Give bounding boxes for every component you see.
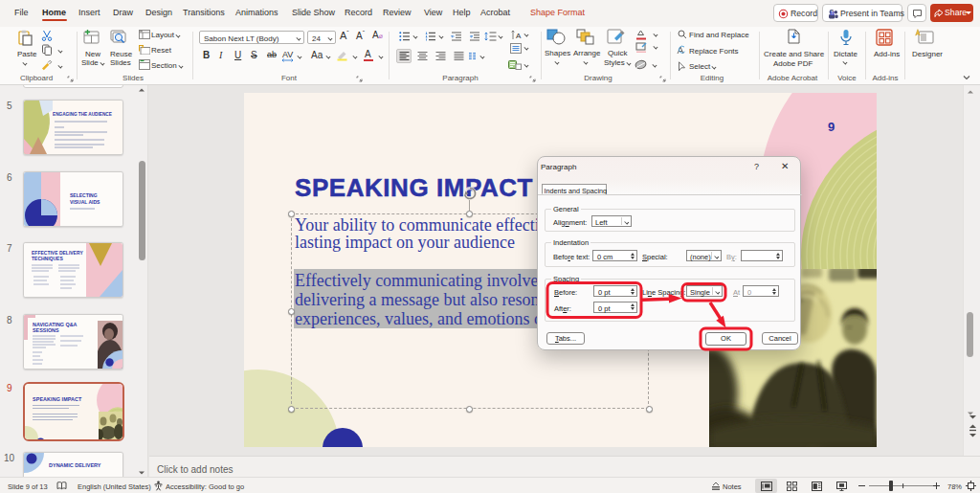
svg-text:TECHNIQUES: TECHNIQUES — [32, 256, 63, 261]
svg-text:ENGAGING THE AUDIENCE: ENGAGING THE AUDIENCE — [53, 112, 112, 117]
svg-text:SESSIONS: SESSIONS — [33, 327, 59, 333]
svg-text:DYNAMIC DELIVERY: DYNAMIC DELIVERY — [49, 462, 101, 468]
svg-text:SELECTING: SELECTING — [70, 192, 98, 198]
svg-text:SPEAKING IMPACT: SPEAKING IMPACT — [33, 396, 82, 402]
svg-text:VISUAL AIDS: VISUAL AIDS — [70, 199, 100, 205]
svg-text:T: T — [831, 11, 834, 15]
svg-text:A: A — [516, 32, 522, 40]
